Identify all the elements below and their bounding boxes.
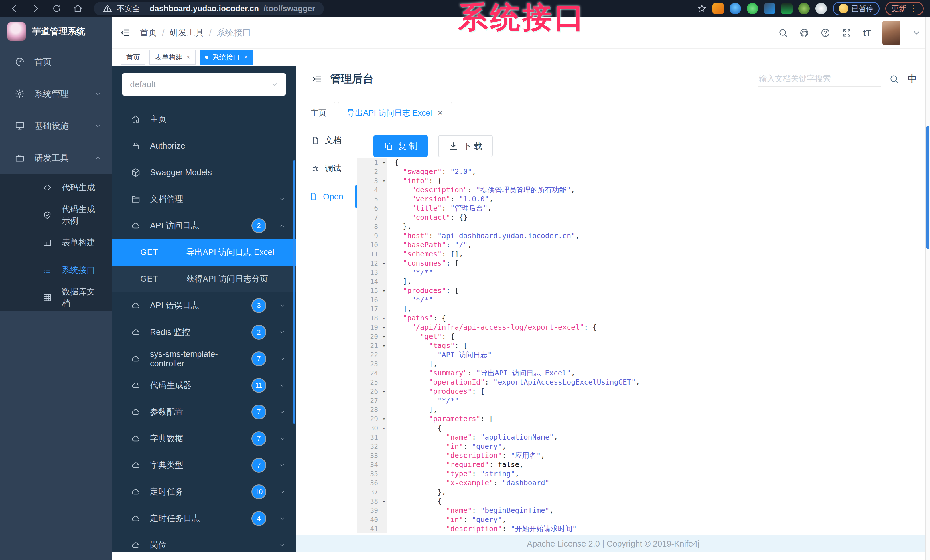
swagger-nav-item-14[interactable]: 定时任务日志4 bbox=[112, 505, 296, 532]
sidebar-item-2[interactable]: 系统管理 bbox=[0, 78, 112, 110]
fold-caret-icon[interactable]: ▾ bbox=[383, 423, 385, 433]
blue-puzzle-extension-icon[interactable] bbox=[764, 3, 775, 14]
copy-button[interactable]: 复 制 bbox=[373, 135, 428, 157]
white-star-extension-icon[interactable] bbox=[816, 3, 827, 14]
close-icon[interactable]: × bbox=[244, 54, 248, 61]
swagger-nav-item-13[interactable]: 定时任务10 bbox=[112, 479, 296, 505]
line-number[interactable]: 29▾ bbox=[357, 414, 387, 423]
fold-caret-icon[interactable]: ▾ bbox=[383, 387, 385, 396]
line-number[interactable]: 25 bbox=[357, 378, 387, 387]
swagger-nav-item-5[interactable]: API 访问日志2 bbox=[112, 212, 296, 239]
forward-icon[interactable] bbox=[30, 3, 41, 14]
line-number[interactable]: 41 bbox=[357, 524, 387, 533]
sidebar-subitem-3[interactable]: 表单构建 bbox=[0, 229, 112, 256]
rail-item-文档[interactable]: 文档 bbox=[296, 126, 356, 155]
endpoint-item-2[interactable]: GET获得API 访问日志分页 bbox=[112, 265, 296, 292]
line-number[interactable]: 30▾ bbox=[357, 423, 387, 433]
line-number[interactable]: 35 bbox=[357, 469, 387, 479]
sidebar-item-1[interactable]: 首页 bbox=[0, 46, 112, 78]
line-number[interactable]: 15▾ bbox=[357, 286, 387, 295]
line-number[interactable]: 3▾ bbox=[357, 176, 387, 186]
swagger-nav-item-12[interactable]: 字典类型7 bbox=[112, 452, 296, 479]
font-size-icon[interactable]: tT bbox=[863, 28, 871, 38]
app-logo-row[interactable]: 芋道管理系统 bbox=[0, 17, 112, 46]
api-group-select[interactable]: default bbox=[122, 73, 286, 95]
reload-icon[interactable] bbox=[51, 3, 62, 14]
line-number[interactable]: 1▾ bbox=[357, 158, 387, 167]
line-number[interactable]: 24 bbox=[357, 368, 387, 378]
line-number[interactable]: 23 bbox=[357, 359, 387, 368]
doc-tab-1[interactable]: 主页 bbox=[302, 102, 335, 124]
page-scrollbar[interactable] bbox=[925, 17, 930, 560]
line-number[interactable]: 9 bbox=[357, 231, 387, 240]
swagger-nav-item-9[interactable]: 代码生成器11 bbox=[112, 372, 296, 399]
line-number[interactable]: 19▾ bbox=[357, 323, 387, 332]
tag-3[interactable]: 系统接口× bbox=[200, 50, 253, 64]
address-bar[interactable]: 不安全 dashboard.yudao.iocoder.cn /tool/swa… bbox=[94, 2, 324, 15]
collapse-sidebar-icon[interactable] bbox=[313, 74, 322, 84]
line-number[interactable]: 14 bbox=[357, 277, 387, 286]
line-number[interactable]: 16 bbox=[357, 295, 387, 304]
avatar[interactable] bbox=[882, 21, 900, 45]
fullscreen-icon[interactable] bbox=[842, 28, 851, 38]
sidebar-item-3[interactable]: 基础设施 bbox=[0, 110, 112, 142]
breadcrumb-item[interactable]: 系统接口 bbox=[217, 27, 251, 38]
fold-caret-icon[interactable]: ▾ bbox=[383, 176, 385, 186]
swagger-nav-item-6[interactable]: API 错误日志3 bbox=[112, 292, 296, 319]
swagger-nav-item-8[interactable]: sys-sms-template-controller7 bbox=[112, 345, 296, 372]
swagger-nav-item-1[interactable]: 主页 bbox=[112, 106, 296, 132]
tag-2[interactable]: 表单构建× bbox=[149, 50, 196, 64]
line-number[interactable]: 12▾ bbox=[357, 259, 387, 268]
page-scrollbar-thumb[interactable] bbox=[926, 126, 929, 249]
fold-caret-icon[interactable]: ▾ bbox=[383, 314, 385, 323]
line-number[interactable]: 31 bbox=[357, 433, 387, 442]
line-number[interactable]: 20▾ bbox=[357, 332, 387, 341]
line-number[interactable]: 34 bbox=[357, 460, 387, 469]
line-number[interactable]: 8 bbox=[357, 222, 387, 231]
home-icon[interactable] bbox=[72, 3, 84, 14]
swagger-nav-item-11[interactable]: 字典数据7 bbox=[112, 425, 296, 452]
green-gn-extension-icon[interactable] bbox=[781, 3, 793, 14]
rail-item-调试[interactable]: 调试 bbox=[296, 155, 356, 183]
line-number[interactable]: 32 bbox=[357, 442, 387, 451]
bookmark-star-icon[interactable] bbox=[697, 4, 707, 14]
sidebar-item-4[interactable]: 研发工具 bbox=[0, 142, 112, 174]
menu-fold-icon[interactable] bbox=[120, 28, 130, 38]
back-icon[interactable] bbox=[9, 3, 20, 14]
line-number[interactable]: 11 bbox=[357, 250, 387, 259]
paused-extension-badge[interactable]: 已暂停 bbox=[833, 2, 879, 15]
line-number[interactable]: 7 bbox=[357, 213, 387, 222]
swagger-nav-item-3[interactable]: Swagger Models bbox=[112, 159, 296, 186]
line-number[interactable]: 13 bbox=[357, 268, 387, 277]
line-number[interactable]: 37 bbox=[357, 488, 387, 497]
language-toggle-icon[interactable]: 中 bbox=[908, 73, 917, 85]
line-number[interactable]: 28 bbox=[357, 405, 387, 414]
fold-caret-icon[interactable]: ▾ bbox=[383, 332, 385, 341]
json-code-editor[interactable]: 1▾{2 "swagger": "2.0",3▾ "info": {4 "des… bbox=[357, 158, 930, 533]
doc-search-input[interactable] bbox=[758, 71, 881, 87]
orange-extension-icon[interactable] bbox=[712, 3, 724, 14]
swagger-nav-item-7[interactable]: Redis 监控2 bbox=[112, 319, 296, 345]
fold-caret-icon[interactable]: ▾ bbox=[383, 323, 385, 332]
search-icon[interactable] bbox=[778, 28, 788, 38]
fold-caret-icon[interactable]: ▾ bbox=[383, 414, 385, 423]
browser-menu-icon[interactable]: ⋮ bbox=[909, 6, 918, 11]
line-number[interactable]: 22 bbox=[357, 350, 387, 359]
line-number[interactable]: 40 bbox=[357, 515, 387, 524]
green-check-extension-icon[interactable] bbox=[747, 3, 758, 14]
sidebar-scrollbar-thumb[interactable] bbox=[293, 160, 296, 423]
swagger-nav-item-4[interactable]: 文档管理 bbox=[112, 186, 296, 212]
chrome-update-button[interactable]: 更新 ⋮ bbox=[885, 2, 924, 15]
github-icon[interactable] bbox=[799, 28, 809, 38]
help-icon[interactable] bbox=[821, 28, 830, 38]
rail-item-open[interactable]: Open bbox=[296, 183, 356, 210]
line-number[interactable]: 33 bbox=[357, 451, 387, 460]
endpoint-item-1[interactable]: GET导出API 访问日志 Excel bbox=[112, 239, 296, 265]
line-number[interactable]: 17 bbox=[357, 304, 387, 314]
sidebar-subitem-1[interactable]: 代码生成 bbox=[0, 174, 112, 201]
line-number[interactable]: 39 bbox=[357, 506, 387, 515]
fold-caret-icon[interactable]: ▾ bbox=[383, 259, 385, 268]
close-icon[interactable]: ✕ bbox=[437, 109, 443, 117]
line-number[interactable]: 2 bbox=[357, 167, 387, 176]
sidebar-subitem-2[interactable]: 代码生成示例 bbox=[0, 201, 112, 229]
